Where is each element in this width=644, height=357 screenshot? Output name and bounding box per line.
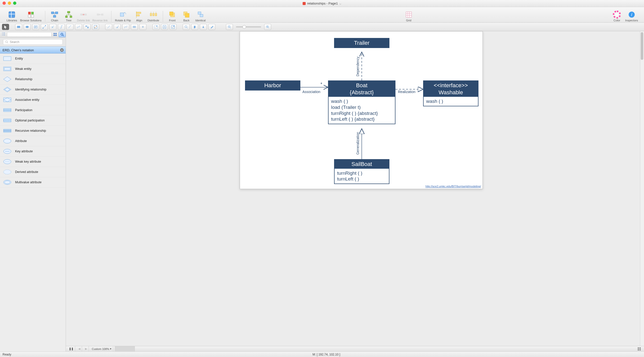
shape-item[interactable]: Participation bbox=[0, 105, 66, 115]
thumbnail-view-icon[interactable] bbox=[52, 32, 59, 37]
shape-item[interactable]: Key attribute bbox=[0, 146, 66, 157]
page-prev-icon[interactable]: ◀ bbox=[77, 346, 82, 351]
edit-tool-2[interactable] bbox=[161, 24, 168, 30]
edit-tool-1[interactable] bbox=[152, 24, 159, 30]
inspectors-button[interactable]: i Inspectors bbox=[625, 11, 638, 22]
shape-item[interactable]: Relationship bbox=[0, 74, 66, 84]
connector-2[interactable] bbox=[49, 24, 56, 30]
grid-button[interactable]: Grid bbox=[403, 11, 415, 22]
page-tabs[interactable] bbox=[115, 346, 135, 351]
sailboat-class[interactable]: SailBoat turnRight ( )turnLeft ( ) bbox=[334, 159, 389, 184]
svg-point-42 bbox=[142, 26, 143, 27]
align-button[interactable]: Align bbox=[133, 11, 145, 22]
shape-item[interactable]: Weak key attribute bbox=[0, 157, 66, 167]
svg-rect-25 bbox=[198, 12, 201, 14]
chevron-down-icon[interactable]: ⌵ bbox=[339, 2, 341, 5]
shape-thumb-icon bbox=[3, 65, 12, 72]
line-tool-3[interactable] bbox=[122, 24, 129, 30]
svg-rect-74 bbox=[638, 347, 639, 349]
color-button[interactable]: Color bbox=[611, 11, 623, 22]
washable-interface[interactable]: <<interface>> Washable wash ( ) bbox=[423, 80, 478, 106]
sidebar-search-input[interactable]: Search bbox=[3, 39, 63, 45]
svg-point-44 bbox=[156, 26, 157, 27]
vertical-scrollbar[interactable] bbox=[640, 31, 644, 346]
fullscreen-window-button[interactable] bbox=[13, 2, 16, 5]
eyedropper-tool[interactable] bbox=[208, 24, 215, 30]
shape-item-label: Multivalue attribute bbox=[15, 181, 42, 184]
shape-item[interactable]: Weak entity bbox=[0, 64, 66, 74]
svg-rect-3 bbox=[28, 15, 31, 17]
tree-button[interactable]: Tree bbox=[63, 11, 74, 22]
sidebar-filter-input[interactable] bbox=[7, 32, 52, 37]
delete-link-button[interactable]: Delete link bbox=[77, 11, 90, 22]
rect-tool[interactable] bbox=[15, 24, 22, 30]
magnifier-tool[interactable] bbox=[183, 24, 190, 30]
trailer-class[interactable]: Trailer bbox=[334, 38, 389, 48]
shape-item[interactable]: Identifying relationship bbox=[0, 84, 66, 95]
shape-item[interactable]: Derived attribute bbox=[0, 167, 66, 177]
line-tool-1[interactable] bbox=[105, 24, 112, 30]
outline-icon[interactable] bbox=[0, 32, 7, 37]
svg-rect-14 bbox=[101, 14, 103, 16]
line-tool-4[interactable] bbox=[131, 24, 138, 30]
shape-item-label: Associative entity bbox=[15, 98, 39, 102]
close-window-button[interactable] bbox=[3, 2, 6, 5]
shape-item-label: Identifying relationship bbox=[15, 88, 46, 91]
edit-tool-3[interactable] bbox=[170, 24, 177, 30]
connector-4[interactable] bbox=[66, 24, 73, 30]
page-pause-icon[interactable]: ❚❚ bbox=[67, 346, 75, 351]
libraries-button[interactable]: Libraries bbox=[6, 11, 18, 22]
chain-button[interactable]: Chain bbox=[49, 11, 60, 22]
shape-item[interactable]: Multivalue attribute bbox=[0, 177, 66, 188]
harbor-class[interactable]: Harbor bbox=[245, 80, 300, 91]
shape-thumb-icon bbox=[3, 107, 12, 114]
zoom-out-button[interactable] bbox=[226, 24, 233, 30]
page-grid-icon[interactable] bbox=[636, 346, 642, 351]
shape-thumb-icon bbox=[3, 96, 12, 103]
back-button[interactable]: Back bbox=[181, 11, 192, 22]
zoom-level[interactable]: Custom 108% ▾ bbox=[90, 346, 113, 351]
connector-3[interactable] bbox=[58, 24, 65, 30]
close-icon[interactable]: ✕ bbox=[60, 48, 64, 52]
search-view-icon[interactable] bbox=[59, 32, 66, 37]
text-tool[interactable] bbox=[32, 24, 39, 30]
shape-item[interactable]: Optional participation bbox=[0, 115, 66, 126]
page-next-icon[interactable]: ▶ bbox=[84, 346, 89, 351]
shape-item-label: Relationship bbox=[15, 77, 32, 81]
connector-7[interactable] bbox=[92, 24, 99, 30]
svg-rect-19 bbox=[153, 13, 154, 16]
svg-rect-8 bbox=[67, 11, 70, 13]
sidebar-category-label: ERD, Chen's notation bbox=[3, 48, 34, 52]
shape-item[interactable]: Attribute bbox=[0, 136, 66, 146]
svg-rect-12 bbox=[85, 14, 87, 16]
zoom-slider[interactable] bbox=[236, 26, 261, 27]
page[interactable]: Association * Dependency Realization Gen… bbox=[240, 31, 483, 189]
distribute-button[interactable]: Distribute bbox=[147, 11, 159, 22]
ellipse-tool[interactable] bbox=[24, 24, 31, 30]
connector-1[interactable] bbox=[41, 24, 48, 30]
front-button[interactable]: Front bbox=[167, 11, 178, 22]
line-tool-5[interactable] bbox=[139, 24, 146, 30]
sidebar-category-header[interactable]: ERD, Chen's notation ✕ bbox=[0, 47, 66, 54]
identical-button[interactable]: Identical bbox=[195, 11, 206, 22]
reverse-link-button[interactable]: Reverse link bbox=[92, 11, 108, 22]
connector-5[interactable] bbox=[75, 24, 82, 30]
source-link[interactable]: http://sce2.umkc.edu/BIT/burrise/pl/mode… bbox=[425, 185, 481, 188]
connector-6[interactable] bbox=[84, 24, 91, 30]
boat-class[interactable]: Boat {Abstract} wash ( )load (Trailer t)… bbox=[328, 80, 395, 124]
minimize-window-button[interactable] bbox=[8, 2, 11, 5]
shape-item[interactable]: Entity bbox=[0, 54, 66, 64]
svg-rect-24 bbox=[185, 13, 189, 17]
sidebar-top-bar bbox=[0, 31, 66, 38]
shape-item[interactable]: Recursive relationship bbox=[0, 126, 66, 136]
canvas-scroll[interactable]: Association * Dependency Realization Gen… bbox=[66, 31, 644, 346]
svg-rect-6 bbox=[55, 12, 58, 14]
line-tool-2[interactable] bbox=[114, 24, 121, 30]
zoom-in-button[interactable] bbox=[264, 24, 271, 30]
pointer-tool[interactable] bbox=[2, 24, 9, 30]
rotate-flip-button[interactable]: Rotate & Flip bbox=[115, 11, 131, 22]
stamp-tool[interactable] bbox=[200, 24, 207, 30]
shape-item[interactable]: Associative entity bbox=[0, 95, 66, 105]
browse-solutions-button[interactable]: Browse Solutions bbox=[20, 11, 42, 22]
hand-tool[interactable] bbox=[191, 24, 198, 30]
